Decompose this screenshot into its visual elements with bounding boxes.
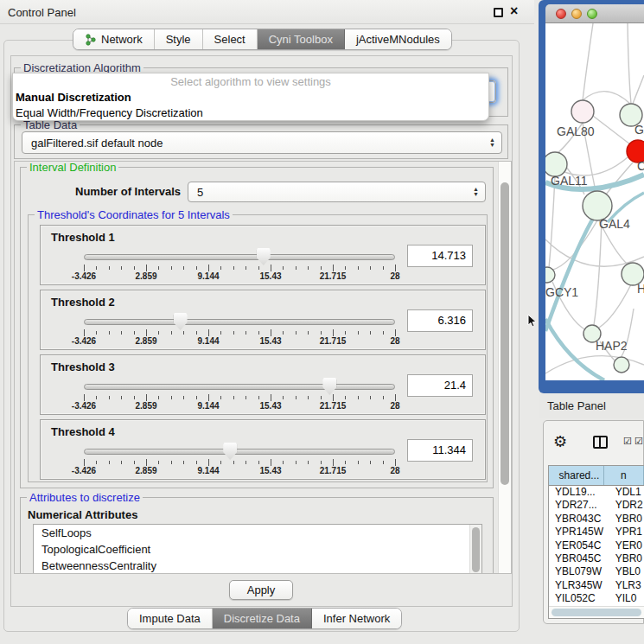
gear-icon[interactable]: ⚙ bbox=[553, 432, 567, 451]
list-item[interactable]: TopologicalCoefficient bbox=[34, 541, 481, 558]
threshold-2-slider-thumb[interactable] bbox=[174, 313, 188, 330]
checked-box-icon[interactable]: ☑ bbox=[623, 436, 632, 447]
tab-jactivemnodules-label: jActiveMNodules bbox=[356, 33, 440, 46]
tab-cyni-toolbox-label: Cyni Toolbox bbox=[269, 33, 333, 46]
attributes-group: Attributes to discretize Numerical Attri… bbox=[20, 497, 494, 574]
node-gcy1[interactable] bbox=[545, 267, 555, 283]
threshold-2-panel: Threshold 2 -3.4262.8599.14415.4321.7152… bbox=[40, 290, 486, 350]
table-row[interactable]: YLR345WYLR3 bbox=[549, 579, 644, 592]
threshold-4-value-field[interactable]: 11.344 bbox=[407, 439, 473, 462]
tab-infer-network-label: Infer Network bbox=[323, 612, 390, 625]
thresholds-group-title: Threshold's Coordinates for 5 Intervals bbox=[35, 208, 233, 221]
list-item[interactable]: SelfLoops bbox=[34, 525, 481, 541]
close-icon[interactable]: × bbox=[510, 3, 518, 19]
node-label: GAL11 bbox=[551, 174, 588, 188]
threshold-1-label: Threshold 1 bbox=[51, 231, 115, 244]
node-gal80[interactable] bbox=[571, 100, 594, 123]
threshold-3-slider-track[interactable] bbox=[84, 384, 395, 390]
attributes-group-title: Attributes to discretize bbox=[27, 491, 143, 504]
tab-select[interactable]: Select bbox=[203, 29, 258, 49]
threshold-1-slider-track[interactable] bbox=[84, 254, 395, 260]
table-panel-title: Table Panel bbox=[547, 399, 606, 412]
checked-box-icon[interactable]: ☑ bbox=[634, 436, 643, 447]
combo-arrows-icon: ▲▼ bbox=[473, 187, 479, 197]
combo-arrows-icon: ▲▼ bbox=[489, 137, 495, 148]
table-row[interactable]: YBR045CYBR0 bbox=[549, 552, 644, 565]
list-item[interactable]: BetweennessCentrality bbox=[34, 558, 481, 574]
slider-tick-labels: -3.4262.8599.14415.4321.71528 bbox=[84, 271, 395, 282]
settings-scrollbar[interactable] bbox=[498, 162, 511, 573]
tab-jactivemnodules[interactable]: jActiveMNodules bbox=[345, 29, 451, 49]
threshold-3-panel: Threshold 3 -3.4262.8599.14415.4321.7152… bbox=[40, 354, 486, 415]
tab-style[interactable]: Style bbox=[155, 29, 203, 49]
control-panel-tabbar: Network Style Select Cyni Toolbox jActiv… bbox=[73, 29, 452, 50]
window-zoom-icon[interactable] bbox=[587, 9, 597, 19]
slider-tick-labels: -3.4262.8599.14415.4321.71528 bbox=[84, 401, 395, 411]
algorithm-option-equal-width[interactable]: Equal Width/Frequency Discretization bbox=[13, 105, 488, 121]
tab-cyni-toolbox[interactable]: Cyni Toolbox bbox=[258, 29, 345, 49]
node-bottom-partial[interactable] bbox=[614, 357, 629, 373]
settings-scroll-viewport: Interval Definition Number of Intervals … bbox=[14, 161, 512, 574]
tab-impute-data[interactable]: Impute Data bbox=[128, 609, 213, 628]
table-row[interactable]: YPR145WYPR1 bbox=[549, 526, 644, 539]
numerical-attributes-label: Numerical Attributes bbox=[28, 508, 137, 521]
table-data-combobox[interactable]: galFiltered.sif default node ▲▼ bbox=[22, 131, 502, 154]
tab-network[interactable]: Network bbox=[73, 29, 155, 49]
threshold-1-slider-thumb[interactable] bbox=[257, 248, 271, 265]
threshold-2-slider-track[interactable] bbox=[84, 319, 395, 325]
tab-network-label: Network bbox=[101, 33, 143, 46]
table-row[interactable]: YBR043CYBR0 bbox=[549, 513, 644, 526]
node-label: GCY1 bbox=[545, 285, 578, 299]
column-header-name[interactable]: n bbox=[604, 466, 644, 485]
tab-select-label: Select bbox=[214, 33, 245, 46]
node-gal11[interactable] bbox=[545, 152, 567, 176]
node-gal4[interactable] bbox=[583, 191, 612, 220]
algorithm-placeholder-option[interactable]: Select algorithm to view settings bbox=[13, 73, 488, 90]
table-horizontal-scrollbar[interactable] bbox=[549, 606, 644, 618]
apply-button[interactable]: Apply bbox=[229, 580, 293, 600]
window-close-icon[interactable] bbox=[556, 9, 566, 19]
window-minimize-icon[interactable] bbox=[571, 9, 582, 19]
node-label: C bbox=[637, 159, 644, 173]
number-of-intervals-combobox[interactable]: 5 ▲▼ bbox=[188, 182, 486, 202]
node-label: GAL4 bbox=[599, 217, 630, 231]
table-row[interactable]: YBL079WYBL0 bbox=[549, 565, 644, 578]
number-of-intervals-label: Number of Intervals bbox=[75, 185, 181, 198]
slider-tick-labels: -3.4262.8599.14415.4321.71528 bbox=[84, 336, 395, 347]
network-canvas[interactable]: GAL80 GA C GAL11 GAL4 GCY1 H HAP2 bbox=[545, 23, 644, 380]
threshold-3-slider-thumb[interactable] bbox=[322, 378, 336, 395]
threshold-4-slider-track[interactable] bbox=[84, 449, 395, 455]
column-header-shared-name[interactable]: shared... bbox=[549, 466, 604, 485]
table-row[interactable]: YIL052CYIL0 bbox=[549, 592, 644, 605]
tab-impute-data-label: Impute Data bbox=[139, 612, 201, 625]
mouse-cursor bbox=[527, 315, 538, 328]
table-row[interactable]: YER054CYER0 bbox=[549, 539, 644, 552]
columns-icon[interactable] bbox=[593, 436, 608, 449]
algorithm-option-manual[interactable]: Manual Discretization bbox=[13, 90, 488, 105]
numerical-attributes-list[interactable]: SelfLoops TopologicalCoefficient Between… bbox=[33, 524, 482, 574]
float-window-icon[interactable] bbox=[494, 8, 503, 17]
tab-discretize-data[interactable]: Discretize Data bbox=[213, 609, 312, 628]
threshold-4-label: Threshold 4 bbox=[51, 425, 115, 438]
threshold-1-value-field[interactable]: 14.713 bbox=[407, 245, 473, 267]
threshold-2-label: Threshold 2 bbox=[51, 296, 115, 309]
cyni-mode-tabbar: Impute Data Discretize Data Infer Networ… bbox=[127, 608, 402, 629]
table-data-combobox-value: galFiltered.sif default node bbox=[31, 137, 163, 150]
network-window-titlebar[interactable] bbox=[545, 4, 644, 23]
table-row[interactable]: YDL19...YDL1 bbox=[549, 486, 644, 499]
node-table: shared... n YDL19...YDL1 YDR27...YDR2 YB… bbox=[548, 465, 644, 619]
list-scrollbar[interactable] bbox=[469, 525, 481, 574]
table-data-group: Table Data galFiltered.sif default node … bbox=[14, 124, 508, 159]
threshold-3-value-field[interactable]: 21.4 bbox=[407, 374, 473, 397]
threshold-2-value-field[interactable]: 6.316 bbox=[407, 309, 473, 332]
settings-scrollbar-thumb[interactable] bbox=[501, 182, 509, 485]
threshold-4-slider-thumb[interactable] bbox=[223, 443, 237, 460]
threshold-1-panel: Threshold 1 -3.4262.8599.14415.4321.7152… bbox=[40, 225, 486, 285]
table-horizontal-scrollbar-thumb[interactable] bbox=[552, 609, 641, 616]
node-label: H bbox=[637, 282, 644, 296]
algorithm-dropdown-popup: Select algorithm to view settings Manual… bbox=[12, 73, 489, 121]
screen: Control Panel × Network Style Select Cyn… bbox=[0, 0, 644, 644]
tab-style-label: Style bbox=[166, 33, 191, 46]
table-row[interactable]: YDR27...YDR2 bbox=[549, 499, 644, 512]
tab-infer-network[interactable]: Infer Network bbox=[312, 609, 401, 628]
